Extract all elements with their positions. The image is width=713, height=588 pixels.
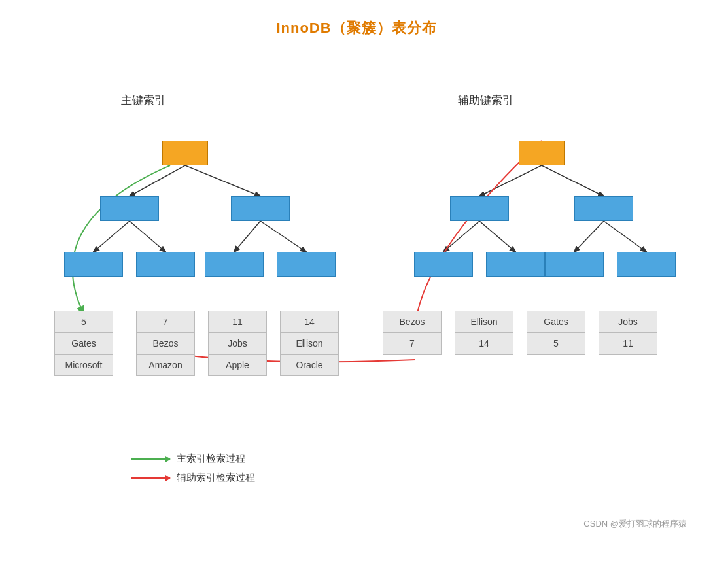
diagram-svg: [0, 39, 713, 549]
secondary-level2-4: [617, 252, 676, 277]
leaf-3-cell-3: Apple: [209, 355, 266, 375]
legend: 主索引检索过程 辅助索引检索过程: [131, 453, 255, 491]
secondary-leaf-4: Jobs 11: [599, 311, 657, 355]
sec-leaf-2-cell-1: Ellison: [455, 311, 513, 333]
sec-leaf-4-cell-1: Jobs: [599, 311, 657, 333]
sec-leaf-1-cell-2: 7: [383, 333, 441, 354]
svg-line-4: [234, 221, 260, 252]
primary-level2-1: [64, 252, 123, 277]
svg-line-9: [479, 221, 515, 252]
primary-level1-left: [100, 196, 159, 221]
leaf-1-cell-2: Gates: [55, 333, 113, 355]
primary-index-label: 主键索引: [121, 93, 165, 108]
secondary-leaf-2: Ellison 14: [455, 311, 513, 355]
leaf-4-cell-1: 14: [281, 311, 338, 333]
secondary-leaf-1: Bezos 7: [383, 311, 442, 355]
legend-primary: 主索引检索过程: [131, 453, 255, 465]
leaf-1-cell-3: Microsoft: [55, 355, 113, 375]
secondary-level2-2: [486, 252, 545, 277]
secondary-index-label: 辅助键索引: [458, 93, 513, 108]
leaf-2-cell-1: 7: [137, 311, 194, 333]
legend-red-line: [131, 477, 170, 479]
svg-line-5: [260, 221, 306, 252]
primary-leaf-4: 14 Ellison Oracle: [280, 311, 339, 376]
svg-line-10: [574, 221, 604, 252]
svg-line-7: [542, 165, 604, 196]
svg-line-0: [130, 165, 185, 196]
secondary-level1-left: [450, 196, 509, 221]
primary-level1-right: [231, 196, 290, 221]
page-title: InnoDB（聚簇）表分布: [0, 0, 713, 38]
primary-leaf-3: 11 Jobs Apple: [208, 311, 267, 376]
svg-line-3: [130, 221, 165, 252]
primary-leaf-1: 5 Gates Microsoft: [54, 311, 113, 376]
legend-secondary: 辅助索引检索过程: [131, 472, 255, 484]
leaf-2-cell-2: Bezos: [137, 333, 194, 355]
secondary-leaf-3: Gates 5: [527, 311, 585, 355]
secondary-level1-right: [574, 196, 633, 221]
primary-root-node: [162, 141, 208, 165]
watermark: CSDN @爱打羽球的程序猿: [583, 518, 687, 530]
leaf-1-cell-1: 5: [55, 311, 113, 333]
leaf-2-cell-3: Amazon: [137, 355, 194, 375]
sec-leaf-2-cell-2: 14: [455, 333, 513, 354]
legend-secondary-label: 辅助索引检索过程: [177, 472, 255, 484]
primary-level2-4: [277, 252, 336, 277]
primary-level2-3: [205, 252, 264, 277]
sec-leaf-3-cell-1: Gates: [527, 311, 585, 333]
leaf-3-cell-2: Jobs: [209, 333, 266, 355]
svg-line-6: [479, 165, 542, 196]
primary-leaf-2: 7 Bezos Amazon: [136, 311, 195, 376]
sec-leaf-3-cell-2: 5: [527, 333, 585, 354]
secondary-level2-1: [414, 252, 473, 277]
secondary-level2-3: [545, 252, 604, 277]
sec-leaf-1-cell-1: Bezos: [383, 311, 441, 333]
legend-primary-label: 主索引检索过程: [177, 453, 245, 465]
leaf-4-cell-2: Ellison: [281, 333, 338, 355]
svg-line-1: [185, 165, 260, 196]
svg-line-2: [94, 221, 130, 252]
leaf-4-cell-3: Oracle: [281, 355, 338, 375]
primary-level2-2: [136, 252, 195, 277]
sec-leaf-4-cell-2: 11: [599, 333, 657, 354]
legend-green-line: [131, 458, 170, 460]
svg-line-8: [443, 221, 479, 252]
secondary-root-node: [519, 141, 565, 165]
leaf-3-cell-1: 11: [209, 311, 266, 333]
svg-line-11: [604, 221, 646, 252]
